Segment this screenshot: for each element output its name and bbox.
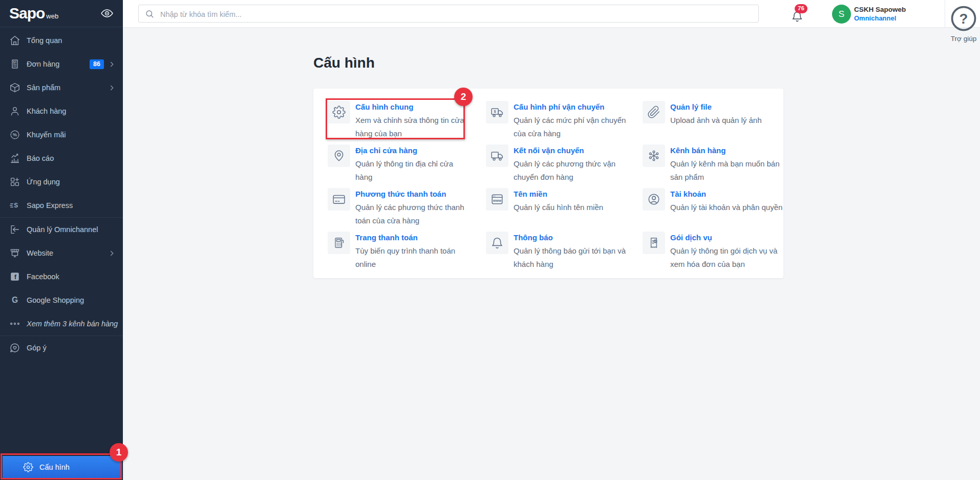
sidebar-item-cau-hinh[interactable]: Cấu hình [3, 456, 120, 478]
question-circle-icon: ? [948, 3, 979, 34]
topbar: 76 S CSKH Sapoweb Omnichannel ? Trợ giúp [123, 0, 980, 28]
settings-item-text: Địa chỉ cửa hàngQuản lý thông tin địa ch… [355, 144, 453, 184]
more-dots-icon [9, 318, 20, 329]
settings-item-title[interactable]: Địa chỉ cửa hàng [355, 145, 453, 156]
user-menu[interactable]: CSKH Sapoweb Omnichannel [854, 5, 906, 23]
settings-item-description: Quản lý các phương thức vận chuyển đơn h… [514, 157, 615, 184]
settings-item-title[interactable]: Kết nối vận chuyển [514, 145, 615, 156]
avatar[interactable]: S [832, 5, 851, 24]
sidebar-item-label: Ứng dụng [27, 178, 60, 186]
sidebar: Sapo web Tổng quan$Đơn hàng86Sản phẩmKhá… [0, 0, 123, 480]
settings-item-text: Phương thức thanh toánQuản lý các phương… [355, 188, 464, 227]
sidebar-item-san-pham[interactable]: Sản phẩm [0, 76, 123, 99]
settings-item-kenh-ban-hang[interactable]: Kênh bán hàngQuản lý kênh mà bạn muốn bá… [643, 144, 779, 184]
settings-item-description: Quản lý thông báo gửi tới bạn và khách h… [514, 244, 626, 271]
settings-item-title[interactable]: Cấu hình chung [355, 102, 464, 112]
facebook-icon: f [9, 271, 20, 282]
settings-item-ten-mien[interactable]: wwwTên miềnQuản lý cấu hình tên miền [486, 188, 603, 214]
shipping-fee-icon: $ [486, 101, 508, 123]
bell-icon [486, 232, 508, 254]
settings-item-dia-chi-cua-hang[interactable]: Địa chỉ cửa hàngQuản lý thông tin địa ch… [328, 144, 453, 184]
settings-item-description: Quản lý cấu hình tên miền [514, 201, 603, 214]
settings-item-description: Quản lý các phương thức thanh toán của c… [355, 201, 464, 227]
settings-item-text: Thông báoQuản lý thông báo gửi tới bạn v… [514, 232, 626, 271]
global-search [138, 5, 759, 23]
settings-item-thong-bao[interactable]: Thông báoQuản lý thông báo gửi tới bạn v… [486, 232, 626, 271]
settings-item-phuong-thuc-thanh-toan[interactable]: Phương thức thanh toánQuản lý các phương… [328, 188, 464, 227]
settings-item-title[interactable]: Thông báo [514, 233, 626, 243]
avatar-initial: S [839, 9, 844, 19]
orders-count-badge: 86 [90, 59, 104, 69]
sidebar-item-gop-y[interactable]: Góp ý [0, 336, 123, 360]
sidebar-item-label: Website [27, 249, 53, 257]
sidebar-item-label: Sapo Express [27, 201, 73, 210]
chevron-right-icon [108, 84, 116, 92]
sidebar-item-xem-them-kenh[interactable]: Xem thêm 3 kênh bán hàng [0, 312, 123, 336]
settings-item-title[interactable]: Tài khoản [670, 189, 782, 199]
sidebar-item-label: Facebook [27, 273, 59, 281]
google-icon: G [9, 295, 20, 306]
settings-item-description: Tùy biến quy trình thanh toán online [355, 244, 455, 271]
settings-item-title[interactable]: Cấu hình phí vận chuyển [514, 102, 626, 112]
settings-item-text: Cấu hình chungXem và chỉnh sửa thông tin… [355, 101, 464, 140]
settings-item-title[interactable]: Gói dịch vụ [670, 233, 777, 243]
settings-item-quan-ly-file[interactable]: Quản lý fileUpload ảnh và quản lý ảnh [643, 101, 761, 127]
sidebar-item-label: Xem thêm 3 kênh bán hàng [27, 320, 118, 328]
settings-item-ket-noi-van-chuyen[interactable]: Kết nối vận chuyểnQuản lý các phương thứ… [486, 144, 615, 184]
sidebar-item-label: Google Shopping [27, 296, 84, 304]
settings-item-title[interactable]: Trang thanh toán [355, 233, 455, 243]
sidebar-logo[interactable]: Sapo web [0, 0, 123, 27]
products-icon [9, 82, 20, 93]
sidebar-item-don-hang[interactable]: $Đơn hàng86 [0, 52, 123, 76]
help-label: Trợ giúp [948, 35, 979, 43]
sidebar-item-website[interactable]: Website [0, 241, 123, 265]
page-title: Cấu hình [313, 55, 375, 71]
feedback-icon [9, 342, 20, 353]
sidebar-item-tong-quan[interactable]: Tổng quan [0, 29, 123, 52]
eye-icon[interactable] [100, 7, 114, 20]
map-pin-icon [328, 144, 350, 167]
settings-item-tai-khoan[interactable]: Tài khoảnQuản lý tài khoản và phân quyền [643, 188, 782, 214]
user-subtitle: Omnichannel [854, 14, 906, 23]
sidebar-item-label: Sản phẩm [27, 84, 60, 92]
sidebar-item-khuyen-mai[interactable]: %Khuyến mãi [0, 123, 123, 147]
settings-item-description: Quản lý các mức phí vận chuyển của cửa h… [514, 114, 626, 140]
search-icon [145, 9, 154, 18]
svg-text:%: % [13, 132, 17, 137]
sidebar-item-ung-dung[interactable]: Ứng dụng [0, 170, 123, 194]
svg-text:f: f [14, 274, 16, 281]
sidebar-item-label: Góp ý [27, 344, 47, 352]
home-icon [9, 35, 20, 46]
settings-item-title[interactable]: Tên miền [514, 189, 603, 199]
paperclip-icon [643, 101, 665, 123]
sidebar-item-facebook[interactable]: fFacebook [0, 265, 123, 288]
sidebar-item-label: Cấu hình [39, 463, 70, 471]
channels-icon [643, 144, 665, 167]
sidebar-item-khach-hang[interactable]: Khách hàng [0, 99, 123, 123]
app-window: Sapo web Tổng quan$Đơn hàng86Sản phẩmKhá… [0, 0, 980, 480]
sidebar-item-label: Đơn hàng [27, 60, 59, 68]
sidebar-item-bao-cao[interactable]: Báo cáo [0, 147, 123, 170]
chevron-right-icon [108, 249, 116, 257]
help-button[interactable]: ? Trợ giúp [948, 3, 979, 43]
svg-text:www: www [493, 199, 502, 202]
settings-item-title[interactable]: Phương thức thanh toán [355, 189, 464, 199]
settings-item-text: Gói dịch vụQuản lý thông tin gói dịch vụ… [670, 232, 777, 271]
settings-item-trang-thanh-toan[interactable]: Trang thanh toánTùy biến quy trình thanh… [328, 232, 455, 271]
sidebar-item-quan-ly-omnichannel[interactable]: Quản lý Omnichannel [0, 218, 123, 241]
annotation-step-1-marker: 1 [110, 443, 128, 462]
settings-item-cau-hinh-chung[interactable]: Cấu hình chungXem và chỉnh sửa thông tin… [328, 101, 464, 140]
search-input[interactable] [159, 6, 754, 23]
sidebar-item-sapo-express[interactable]: SSapo Express [0, 194, 123, 217]
settings-item-cau-hinh-phi-van-chuyen[interactable]: $Cấu hình phí vận chuyểnQuản lý các mức … [486, 101, 626, 140]
sidebar-item-label: Quản lý Omnichannel [27, 225, 98, 234]
domain-icon: www [486, 188, 508, 211]
settings-item-title[interactable]: Kênh bán hàng [670, 145, 779, 156]
settings-item-title[interactable]: Quản lý file [670, 102, 761, 112]
settings-item-goi-dich-vu[interactable]: $Gói dịch vụQuản lý thông tin gói dịch v… [643, 232, 777, 271]
sidebar-item-google-shopping[interactable]: GGoogle Shopping [0, 288, 123, 312]
orders-icon: $ [9, 58, 20, 70]
settings-item-text: Trang thanh toánTùy biến quy trình thanh… [355, 232, 455, 271]
gear-icon [23, 462, 33, 472]
svg-text:S: S [14, 202, 18, 209]
